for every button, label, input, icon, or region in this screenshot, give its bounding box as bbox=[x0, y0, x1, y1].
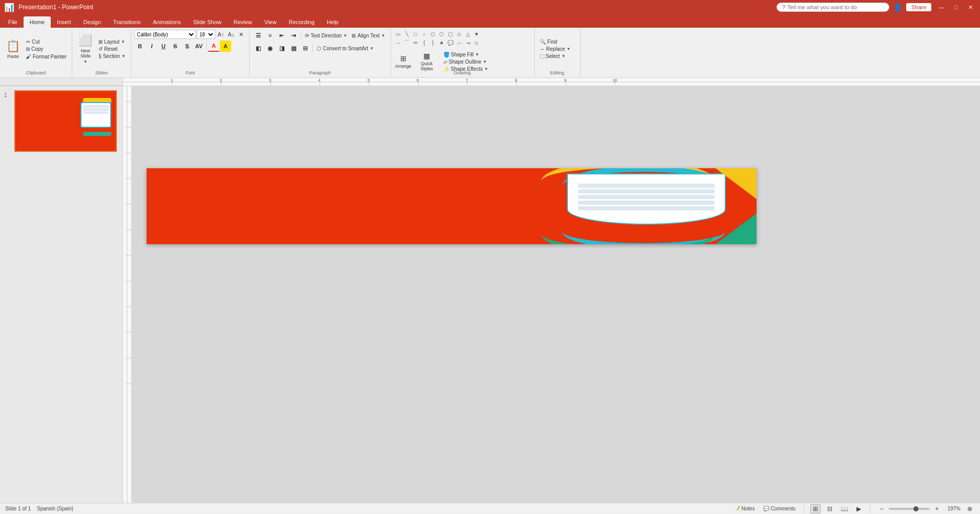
columns-button[interactable]: ⊟ bbox=[300, 43, 311, 54]
shape-arc[interactable]: ⌓ bbox=[455, 38, 463, 47]
copy-button[interactable]: ⧉ Copy bbox=[24, 46, 69, 53]
align-right-button[interactable]: ◨ bbox=[276, 43, 288, 54]
tab-view[interactable]: View bbox=[258, 16, 283, 28]
new-slide-button[interactable]: ⬜ New Slide ▼ bbox=[75, 31, 95, 67]
slideshow-view-button[interactable]: ▶ bbox=[853, 504, 864, 513]
shape-bracket-r[interactable]: } bbox=[429, 38, 437, 47]
convert-smartart-button[interactable]: ⬡ Convert to SmartArt ▼ bbox=[315, 45, 376, 52]
shape-square[interactable]: □ bbox=[412, 30, 420, 38]
notes-button[interactable]: 📝 Notes bbox=[732, 505, 757, 512]
italic-button[interactable]: I bbox=[146, 41, 157, 52]
shape-rect[interactable]: ▭ bbox=[394, 30, 402, 38]
green-arc-bottom bbox=[541, 213, 716, 244]
increase-font-button[interactable]: A↑ bbox=[216, 30, 226, 39]
account-icon[interactable]: 👤 bbox=[893, 3, 902, 11]
tab-home[interactable]: Home bbox=[24, 16, 51, 28]
justify-button[interactable]: ▤ bbox=[288, 43, 299, 54]
minimize-button[interactable]: — bbox=[935, 4, 947, 10]
shape-pentagon[interactable]: ⬠ bbox=[429, 30, 437, 38]
increase-indent-button[interactable]: ⇥ bbox=[288, 30, 299, 41]
shape-curve[interactable]: ⌒ bbox=[403, 38, 411, 47]
clear-formatting-button[interactable]: ✕ bbox=[237, 30, 246, 39]
align-left-button[interactable]: ◧ bbox=[253, 43, 264, 54]
slide-main[interactable] bbox=[147, 168, 757, 244]
reading-view-button[interactable]: 📖 bbox=[839, 504, 849, 513]
underline-button[interactable]: U bbox=[158, 41, 169, 52]
shapes-more[interactable]: ▼ bbox=[473, 30, 481, 38]
ribbon-group-drawing: ▭ ╲ □ ○ ⬠ ⬡ ▢ ◇ △ ▼ → ⌒ ✏ { } ★ 💬 ⌓ ↝ bbox=[391, 29, 535, 76]
zoom-in-button[interactable]: + bbox=[932, 504, 942, 513]
shape-star[interactable]: ★ bbox=[438, 38, 446, 47]
arrange-icon: ⊞ bbox=[400, 54, 406, 63]
maximize-button[interactable]: □ bbox=[951, 4, 961, 10]
decrease-indent-button[interactable]: ⇤ bbox=[276, 30, 288, 41]
bullets-button[interactable]: ☰ bbox=[253, 30, 264, 41]
select-button[interactable]: ⬚ Select ▼ bbox=[538, 53, 573, 60]
shape-fill-button[interactable]: 🪣 Shape Fill ▼ bbox=[441, 51, 491, 58]
strikethrough-button[interactable]: S bbox=[170, 41, 181, 52]
slides-panel[interactable]: 1 bbox=[0, 86, 123, 503]
tab-design[interactable]: Design bbox=[77, 16, 107, 28]
decrease-font-button[interactable]: A↓ bbox=[227, 30, 236, 39]
tab-review[interactable]: Review bbox=[228, 16, 258, 28]
shape-bracket-l[interactable]: { bbox=[420, 38, 428, 47]
shape-hexagon[interactable]: ⬡ bbox=[438, 30, 446, 38]
align-text-button[interactable]: ⊞ Align Text ▼ bbox=[350, 32, 387, 39]
layout-button[interactable]: ⊞ Layout ▼ bbox=[96, 38, 128, 45]
tab-file[interactable]: File bbox=[2, 16, 24, 28]
reset-button[interactable]: ↺ Reset bbox=[96, 46, 128, 52]
search-input[interactable] bbox=[787, 4, 869, 10]
font-size-select[interactable]: 18 12 14 16 20 24 bbox=[197, 30, 215, 39]
slide-thumb-1[interactable]: 1 bbox=[4, 90, 118, 152]
font-family-select[interactable]: Calibri (Body) Arial Times New Roman bbox=[134, 30, 196, 39]
shape-diamond[interactable]: ◇ bbox=[455, 30, 463, 38]
app-icon: 📊 bbox=[4, 3, 14, 12]
shape-callout[interactable]: 💬 bbox=[446, 38, 455, 47]
tab-help[interactable]: Help bbox=[321, 16, 345, 28]
cut-button[interactable]: ✂ Cut bbox=[24, 38, 69, 45]
zoom-thumb[interactable] bbox=[913, 506, 918, 511]
slide-thumbnail-1[interactable] bbox=[14, 90, 117, 152]
tab-slideshow[interactable]: Slide Show bbox=[187, 16, 228, 28]
fit-slide-button[interactable]: ⊕ bbox=[965, 504, 975, 513]
shape-rounded-rect[interactable]: ▢ bbox=[446, 30, 455, 38]
replace-button[interactable]: ↔ Replace ▼ bbox=[538, 46, 573, 52]
bold-button[interactable]: B bbox=[134, 41, 146, 52]
normal-view-button[interactable]: ⊞ bbox=[810, 504, 821, 513]
numbered-list-button[interactable]: ≡ bbox=[264, 30, 276, 41]
zoom-slider[interactable] bbox=[889, 508, 930, 510]
align-center-button[interactable]: ◉ bbox=[264, 43, 276, 54]
arrange-button[interactable]: ⊞ Arrange bbox=[394, 49, 413, 74]
shape-oval[interactable]: ○ bbox=[420, 30, 428, 38]
shape-freeform[interactable]: ✏ bbox=[412, 38, 420, 47]
canvas-area[interactable] bbox=[123, 86, 980, 503]
tab-transitions[interactable]: Transitions bbox=[107, 16, 147, 28]
search-bar[interactable]: ? bbox=[777, 3, 889, 12]
find-button[interactable]: 🔍 Find bbox=[538, 38, 573, 45]
shape-outline-button[interactable]: ▱ Shape Outline ▼ bbox=[441, 58, 491, 65]
close-button[interactable]: ✕ bbox=[965, 4, 976, 11]
tab-recording[interactable]: Recording bbox=[282, 16, 320, 28]
share-button[interactable]: Share bbox=[906, 3, 931, 11]
shape-arrow[interactable]: → bbox=[394, 38, 402, 47]
tab-animations[interactable]: Animations bbox=[147, 16, 187, 28]
comments-button[interactable]: 💬 Comments bbox=[761, 505, 798, 512]
zoom-out-button[interactable]: − bbox=[876, 504, 887, 513]
text-highlight-button[interactable]: A bbox=[220, 41, 231, 52]
quick-styles-button[interactable]: ▦ Quick Styles bbox=[416, 49, 438, 74]
slide-sorter-button[interactable]: ⊟ bbox=[825, 504, 835, 513]
paste-button[interactable]: 📋 Paste bbox=[3, 31, 23, 67]
font-color-button[interactable]: A bbox=[208, 41, 219, 52]
shape-connector[interactable]: ↝ bbox=[464, 38, 472, 47]
shadow-button[interactable]: S bbox=[181, 41, 193, 52]
section-button[interactable]: § Section ▼ bbox=[96, 53, 128, 60]
format-painter-button[interactable]: 🖌 Format Painter bbox=[24, 53, 69, 60]
text-direction-button[interactable]: ⟳ Text Direction ▼ bbox=[303, 32, 350, 39]
shape-line[interactable]: ╲ bbox=[403, 30, 411, 38]
status-left: Slide 1 of 1 Spanish (Spain) bbox=[5, 506, 73, 511]
drawing-buttons-row: ⊞ Arrange ▦ Quick Styles 🪣 Shape Fill ▼ … bbox=[394, 48, 491, 74]
char-spacing-button[interactable]: AV bbox=[193, 41, 205, 52]
shape-smiley[interactable]: ☺ bbox=[473, 38, 481, 47]
tab-insert[interactable]: Insert bbox=[51, 16, 77, 28]
shape-triangle[interactable]: △ bbox=[464, 30, 472, 38]
